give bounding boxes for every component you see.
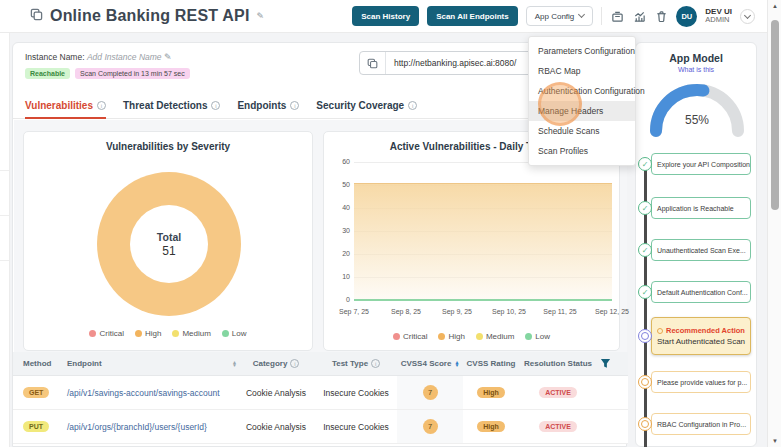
col-method: Method bbox=[23, 359, 67, 368]
instance-name-placeholder[interactable]: Add Instance Name bbox=[87, 52, 162, 62]
legend-item-low[interactable]: Low bbox=[525, 332, 550, 341]
what-is-this-link[interactable]: What is this bbox=[636, 66, 756, 73]
legend-label: Low bbox=[232, 329, 247, 338]
archive-icon[interactable] bbox=[610, 9, 624, 23]
menu-item-authentication-configuration[interactable]: Authentication Configuration bbox=[529, 81, 635, 101]
high-dot-icon bbox=[135, 330, 142, 337]
legend-item-medium[interactable]: Medium bbox=[172, 329, 210, 338]
category-cell: Cookie Analysis bbox=[237, 388, 315, 398]
low-dot-icon bbox=[222, 330, 229, 337]
y-tick: 60 bbox=[328, 158, 350, 165]
scroll-down-icon[interactable]: ▼ bbox=[768, 438, 781, 444]
menu-item-manage-headers[interactable]: Manage Headers bbox=[529, 101, 635, 121]
step-label: Explore your API Composition bbox=[651, 153, 751, 175]
donut-total-label: Total bbox=[157, 231, 181, 243]
critical-dot-icon bbox=[89, 330, 96, 337]
step-explore-api: Explore your API Composition bbox=[651, 153, 751, 175]
step-default-auth: Default Authentication Conf... bbox=[651, 281, 751, 303]
check-icon bbox=[638, 243, 652, 257]
scroll-up-icon[interactable]: ▲ bbox=[768, 3, 781, 9]
menu-item-parameters-configuration[interactable]: Parameters Configuration bbox=[529, 41, 635, 61]
step-provide-values: Please provide values for p... bbox=[651, 371, 751, 393]
step-recommended-action: Recommended Action Start Authenticated S… bbox=[651, 317, 751, 355]
reachable-badge: Reachable bbox=[25, 68, 70, 79]
severity-donut-chart: Total 51 bbox=[97, 172, 241, 316]
col-label: Method bbox=[23, 359, 51, 368]
menu-item-schedule-scans[interactable]: Schedule Scans bbox=[529, 121, 635, 141]
report-chart-icon[interactable] bbox=[632, 9, 646, 23]
high-series-area bbox=[354, 183, 612, 300]
recommended-action-card[interactable]: Recommended Action Start Authenticated S… bbox=[651, 317, 751, 355]
endpoint-link[interactable]: /api/v1/orgs/{branchId}/users/{userId} bbox=[67, 422, 207, 432]
cvss4-score-cell: 7 bbox=[397, 376, 463, 409]
copy-icon[interactable] bbox=[30, 7, 43, 25]
endpoint-link[interactable]: /api/v1/savings-account/savings-account bbox=[67, 388, 220, 398]
menu-item-scan-profiles[interactable]: Scan Profiles bbox=[529, 141, 635, 161]
page-scrollbar[interactable]: ▲ ▼ bbox=[767, 0, 781, 447]
x-tick: Sep 7, 25 bbox=[332, 308, 376, 315]
col-category: Category bbox=[237, 359, 315, 368]
tab-label: Security Coverage bbox=[316, 100, 404, 111]
step-label: Please provide values for p... bbox=[651, 371, 751, 393]
x-tick: Sep 12, 25 bbox=[590, 308, 634, 315]
scan-all-endpoints-button[interactable]: Scan All Endpoints bbox=[427, 6, 518, 26]
user-role: ADMIN bbox=[705, 16, 732, 25]
legend-label: High bbox=[448, 332, 464, 341]
legend-label: Medium bbox=[182, 329, 210, 338]
critical-dot-icon bbox=[393, 333, 400, 340]
sidebar-divider bbox=[0, 260, 9, 261]
check-icon bbox=[638, 201, 652, 215]
table-header-row: Method Endpoint ▲▼ Category Test Type CV… bbox=[13, 352, 628, 376]
score-badge: 7 bbox=[423, 385, 438, 400]
scroll-thumb[interactable] bbox=[771, 20, 779, 210]
target-url: http://netbanking.apisec.ai:8080/ bbox=[386, 58, 516, 68]
info-icon bbox=[97, 101, 106, 110]
col-label: Resolution Status bbox=[524, 359, 592, 368]
legend-item-medium[interactable]: Medium bbox=[476, 332, 514, 341]
copy-url-icon[interactable] bbox=[360, 52, 386, 74]
y-tick: 50 bbox=[328, 181, 350, 188]
app-config-button[interactable]: App Config bbox=[526, 6, 594, 26]
chevron-down-icon bbox=[578, 11, 585, 18]
x-tick: Sep 9, 25 bbox=[435, 308, 479, 315]
cvss4-score-cell: 7 bbox=[397, 410, 463, 443]
donut-title: Vulnerabilities by Severity bbox=[24, 141, 312, 152]
y-tick: 0 bbox=[328, 296, 350, 303]
legend-item-critical[interactable]: Critical bbox=[393, 332, 427, 341]
user-menu-chevron[interactable] bbox=[740, 9, 755, 24]
tab-label: Vulnerabilities bbox=[25, 100, 93, 111]
medium-dot-icon bbox=[476, 333, 483, 340]
app-model-gauge: 55% bbox=[647, 81, 747, 139]
edit-title-icon[interactable]: ✎ bbox=[257, 11, 265, 21]
vulnerabilities-table: Method Endpoint ▲▼ Category Test Type CV… bbox=[13, 352, 628, 444]
menu-item-rbac-map[interactable]: RBAC Map bbox=[529, 61, 635, 81]
tab-vulnerabilities[interactable]: Vulnerabilities bbox=[25, 93, 106, 118]
edit-instance-icon[interactable]: ✎ bbox=[164, 52, 172, 62]
legend-item-critical[interactable]: Critical bbox=[89, 329, 123, 338]
status-badge: ACTIVE bbox=[539, 421, 577, 432]
table-row[interactable]: GET /api/v1/savings-account/savings-acco… bbox=[13, 376, 628, 410]
legend-item-high[interactable]: High bbox=[135, 329, 161, 338]
avatar[interactable]: DU bbox=[676, 6, 697, 27]
page-title: Online Banking REST API bbox=[50, 7, 250, 25]
legend-label: Critical bbox=[99, 329, 123, 338]
pending-icon bbox=[638, 417, 652, 431]
sidebar-divider bbox=[0, 215, 9, 216]
scan-history-button[interactable]: Scan History bbox=[352, 6, 419, 26]
tab-security-coverage[interactable]: Security Coverage bbox=[316, 93, 417, 118]
sort-icon-active[interactable]: ▲▼ bbox=[454, 361, 459, 367]
filter-icon[interactable] bbox=[597, 358, 613, 369]
col-label: CVSS Rating bbox=[467, 359, 516, 368]
tab-endpoints[interactable]: Endpoints bbox=[237, 93, 299, 118]
category-cell: Cookie Analysis bbox=[237, 422, 315, 432]
score-badge: 7 bbox=[423, 419, 438, 434]
legend-label: Critical bbox=[403, 332, 427, 341]
trash-icon[interactable] bbox=[654, 9, 668, 23]
legend-item-low[interactable]: Low bbox=[222, 329, 247, 338]
method-badge: GET bbox=[23, 387, 49, 398]
step-unauth-scan: Unauthenticated Scan Exe... bbox=[651, 239, 751, 261]
table-row[interactable]: PUT /api/v1/orgs/{branchId}/users/{userI… bbox=[13, 410, 628, 444]
tab-threat-detections[interactable]: Threat Detections bbox=[123, 93, 220, 118]
col-label: Endpoint bbox=[67, 359, 102, 368]
legend-item-high[interactable]: High bbox=[438, 332, 464, 341]
